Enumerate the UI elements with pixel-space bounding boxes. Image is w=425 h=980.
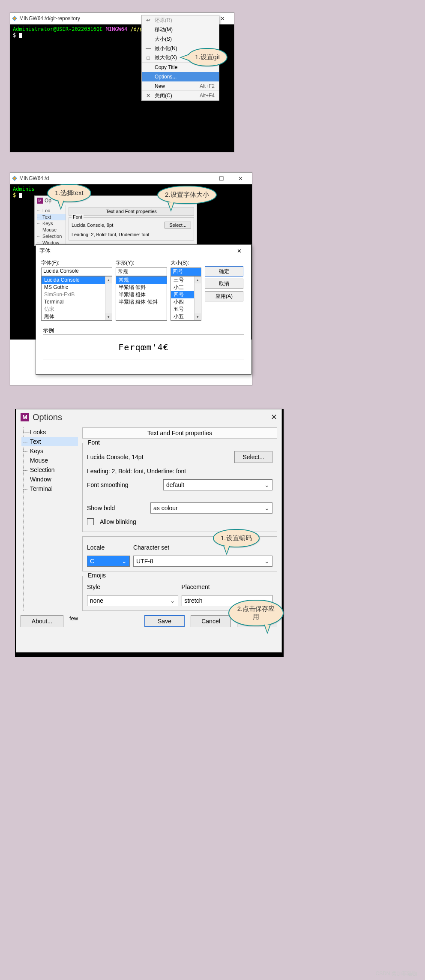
font-dialog-title-text: 字体	[39, 247, 51, 255]
window-title-2: MINGW64:/d	[19, 175, 49, 181]
maximize-button[interactable]: ☐	[212, 173, 231, 184]
font-input[interactable]: Lucida Console	[41, 268, 112, 276]
tree-item-mouse[interactable]: Mouse	[21, 456, 78, 465]
close-button[interactable]: ✕	[271, 412, 277, 422]
menu-shortcut: Alt+F2	[200, 83, 215, 89]
sample-text: Ferqœm'4€	[43, 334, 244, 360]
show-bold-combo[interactable]: as colour⌄	[150, 502, 272, 514]
font-name-mini: Lucida Console, 9pt	[72, 222, 113, 228]
menu-options[interactable]: Options...	[142, 72, 219, 81]
callout-text: 2.点击保存应用	[237, 605, 275, 620]
size-item[interactable]: 六号	[171, 320, 201, 321]
style-input[interactable]: 常规	[116, 268, 167, 276]
term-user: Adminis	[13, 186, 35, 192]
tree-item-keys[interactable]: Keys	[21, 446, 78, 456]
callout-select-text: 1.选择text	[47, 184, 91, 202]
allow-blinking-checkbox[interactable]	[87, 518, 94, 525]
tree-item-mouse-mini[interactable]: Mouse	[37, 227, 66, 233]
save-button[interactable]: Save	[144, 615, 185, 627]
about-button[interactable]: About...	[21, 615, 63, 627]
chevron-down-icon: ⌄	[122, 558, 127, 565]
scroll-down-icon[interactable]: ▾	[195, 313, 201, 320]
menu-move[interactable]: 移动(M)	[142, 25, 219, 34]
properties-header: Text and Font properties	[82, 427, 277, 439]
style-item[interactable]: 半紧缩 粗体 倾斜	[116, 298, 167, 306]
callout-save-apply: 2.点击保存应用	[228, 600, 284, 626]
mingw-logo-icon	[12, 16, 17, 21]
terminal-cursor-icon	[19, 33, 22, 38]
menu-new[interactable]: NewAlt+F2	[142, 81, 219, 91]
style-item[interactable]: 常规	[116, 277, 167, 284]
tree-item-selection[interactable]: Selection	[21, 465, 78, 475]
style-item[interactable]: 半紧缩 粗体	[116, 291, 167, 298]
font-item[interactable]: MS Gothic	[42, 284, 112, 291]
size-input[interactable]: 四号	[171, 268, 201, 276]
cancel-button[interactable]: 取消	[205, 279, 243, 289]
font-dialog-title[interactable]: 字体 ✕	[36, 245, 251, 257]
menu-size[interactable]: 大小(S)	[142, 34, 219, 44]
options-tree-mini[interactable]: Loo Text Keys Mouse Selection Window	[35, 205, 66, 246]
menu-label: 还原(R)	[155, 17, 172, 24]
options-titlebar[interactable]: M Options ✕	[16, 409, 281, 425]
font-dialog[interactable]: 字体 ✕ 字体(F): Lucida Console Lucida Consol…	[36, 244, 251, 375]
style-item[interactable]: 半紧缩 倾斜	[116, 284, 167, 291]
font-column-label: 字体(F):	[41, 259, 112, 267]
font-smoothing-label: Font smoothing	[87, 481, 160, 488]
tree-item-text[interactable]: Text	[21, 437, 78, 446]
chevron-down-icon: ⌄	[264, 481, 269, 488]
font-item[interactable]: Lucida Console	[42, 277, 112, 284]
options-tree[interactable]: Looks Text Keys Mouse Selection Window T…	[21, 427, 78, 611]
menu-close[interactable]: ✕关闭(C)Alt+F4	[142, 91, 219, 100]
size-column-label: 大小(S):	[171, 259, 201, 267]
tree-item-text-mini[interactable]: Text	[37, 214, 66, 220]
charset-combo[interactable]: UTF-8⌄	[133, 556, 272, 567]
group-label: Font	[72, 214, 84, 219]
font-item[interactable]: 黑体	[42, 313, 112, 320]
shot-3-options-dialog: M Options ✕ Looks Text Keys Mouse Select…	[15, 409, 284, 657]
scroll-up-icon[interactable]: ▴	[105, 277, 112, 283]
apply-button[interactable]: 应用(A)	[205, 291, 243, 301]
style-list[interactable]: 常规 半紧缩 倾斜 半紧缩 粗体 半紧缩 粗体 倾斜	[116, 276, 167, 321]
minimize-button[interactable]: —	[192, 173, 212, 184]
prop-header-mini: Text and Font properties	[69, 207, 194, 216]
scroll-down-icon[interactable]: ▾	[105, 313, 112, 320]
tree-item-terminal[interactable]: Terminal	[21, 484, 78, 493]
locale-label: Locale	[87, 544, 130, 551]
select-button-mini[interactable]: Select...	[165, 222, 191, 228]
font-item[interactable]: Terminal	[42, 298, 112, 306]
sample-section: 示例 Ferqœm'4€	[43, 327, 244, 360]
chevron-down-icon: ⌄	[264, 558, 269, 565]
font-item[interactable]: 楷体	[42, 320, 112, 321]
titlebar-2[interactable]: MINGW64:/d — ☐ ✕	[10, 173, 252, 184]
shot-2-font-settings: MINGW64:/d — ☐ ✕ Adminis $ M Op Loo Text…	[10, 172, 252, 385]
window-title-1: MINGW64:/d/git-repository	[19, 15, 80, 21]
watermark: CSDN @加菲猫咖	[375, 970, 417, 977]
mintty-logo-icon: M	[21, 413, 29, 421]
ok-button[interactable]: 确定	[205, 266, 243, 277]
chevron-down-icon: ⌄	[170, 597, 175, 604]
combo-value: none	[90, 597, 103, 604]
combo-value: stretch	[185, 597, 203, 604]
tree-item-keys-mini[interactable]: Keys	[37, 220, 66, 227]
tree-item-selection-mini[interactable]: Selection	[37, 233, 66, 240]
locale-combo[interactable]: C⌄	[87, 556, 130, 567]
shot-1-terminal-window: MINGW64:/d/git-repository — ☐ ✕ Administ…	[10, 12, 234, 152]
scroll-up-icon[interactable]: ▴	[195, 277, 201, 283]
tree-item-window[interactable]: Window	[21, 475, 78, 484]
scrollbar[interactable]: ▴▾	[105, 277, 112, 320]
cancel-button[interactable]: Cancel	[191, 615, 231, 627]
select-button[interactable]: Select...	[234, 451, 272, 463]
font-smoothing-combo[interactable]: default⌄	[163, 479, 272, 490]
tree-item-looks[interactable]: Looks	[21, 427, 78, 437]
font-item[interactable]: 仿宋	[42, 306, 112, 313]
scrollbar[interactable]: ▴▾	[194, 277, 201, 320]
font-item[interactable]: SimSun-ExtB	[42, 291, 112, 298]
size-list[interactable]: 三号 小三 四号 小四 五号 小五 六号 ▴▾	[171, 276, 201, 321]
font-sub: Leading: 2, Bold: font, Underline: font	[87, 468, 186, 475]
emoji-style-combo[interactable]: none⌄	[87, 595, 178, 606]
close-button[interactable]: ✕	[230, 245, 248, 256]
font-list[interactable]: Lucida Console MS Gothic SimSun-ExtB Ter…	[41, 276, 112, 321]
close-button[interactable]: ✕	[231, 173, 250, 184]
style-column-label: 字形(Y):	[116, 259, 167, 267]
menu-restore[interactable]: ↩还原(R)	[142, 15, 219, 25]
